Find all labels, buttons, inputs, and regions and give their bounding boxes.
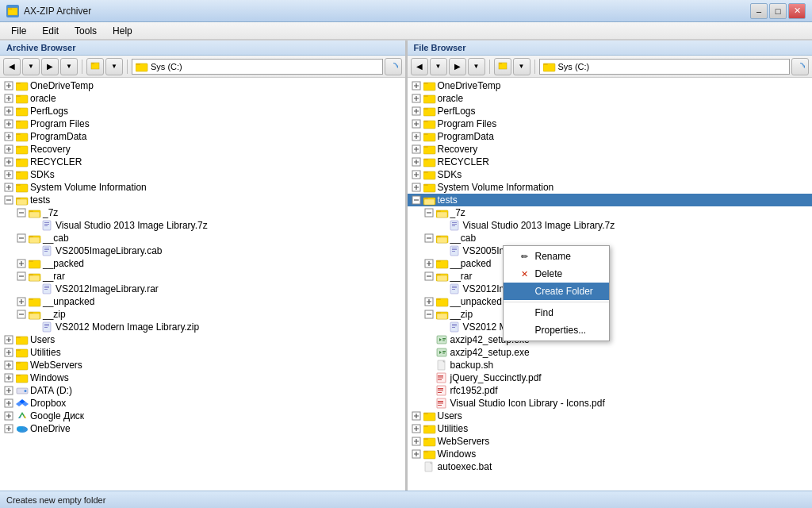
- expand-btn-rar2[interactable]: [423, 271, 435, 282]
- back-button-right[interactable]: ◀: [411, 58, 428, 75]
- tree-item-onedrivetemp2[interactable]: OneDriveTemp: [408, 79, 813, 92]
- ctx-create-folder[interactable]: Create Folder: [504, 283, 609, 300]
- menu-help[interactable]: Help: [105, 24, 140, 38]
- tree-item-oracle2[interactable]: oracle: [408, 92, 813, 105]
- refresh-right[interactable]: [791, 58, 809, 75]
- tree-item-datad1[interactable]: DATA (D:): [0, 384, 405, 397]
- tree-item-webservers1[interactable]: WebServers: [0, 359, 405, 371]
- tree-item-sdks1[interactable]: SDKs: [0, 168, 405, 181]
- expand-btn-packed2[interactable]: [423, 258, 435, 269]
- forward-button[interactable]: ▶: [41, 58, 59, 75]
- tree-item-vs2013img2[interactable]: Visual Studio 2013 Image Library.7z: [408, 219, 813, 232]
- dropdown-btn2[interactable]: ▼: [60, 58, 78, 75]
- menu-file[interactable]: File: [3, 24, 34, 38]
- expand-btn-users1[interactable]: [3, 334, 14, 345]
- expand-btn-recovery2[interactable]: [411, 144, 422, 155]
- tree-item-recovery2[interactable]: Recovery: [408, 143, 813, 156]
- expand-btn-users2[interactable]: [411, 410, 422, 421]
- tree-item-recycler1[interactable]: RECYCLER: [0, 156, 405, 168]
- expand-btn-googledisk1[interactable]: [3, 410, 14, 421]
- tree-item-dropbox1[interactable]: Dropbox: [0, 397, 405, 410]
- tree-item-unpacked1[interactable]: __unpacked: [0, 295, 405, 308]
- tree-item-sysvolinfo1[interactable]: System Volume Information: [0, 181, 405, 194]
- expand-btn-7z2[interactable]: [423, 207, 435, 218]
- tree-item-perflogs2[interactable]: PerfLogs: [408, 105, 813, 117]
- tree-item-axzip42setup_exe2[interactable]: axzip42_setup.exe: [408, 346, 813, 359]
- tree-item-programfiles1[interactable]: Program Files: [0, 117, 405, 130]
- dropdown-btn[interactable]: ▼: [22, 58, 40, 75]
- tree-item-vs2012zip1[interactable]: VS2012 Modern Image Library.zip: [0, 321, 405, 333]
- dropdown-btn-r2[interactable]: ▼: [468, 58, 485, 75]
- tree-item-cab2[interactable]: __cab: [408, 232, 813, 244]
- tree-item-rar1[interactable]: __rar: [0, 270, 405, 283]
- expand-btn-perflogs1[interactable]: [3, 106, 14, 117]
- minimize-button[interactable]: –: [750, 3, 768, 19]
- expand-btn-programfiles2[interactable]: [411, 118, 422, 129]
- forward-button-right[interactable]: ▶: [449, 58, 466, 75]
- expand-btn-7z1[interactable]: [16, 207, 27, 218]
- tree-item-oracle1[interactable]: oracle: [0, 92, 405, 105]
- menu-tools[interactable]: Tools: [67, 24, 105, 38]
- expand-btn-utilities2[interactable]: [411, 423, 422, 434]
- tree-item-7z1[interactable]: _7z: [0, 206, 405, 219]
- expand-btn-sysvolinfo2[interactable]: [411, 182, 422, 193]
- expand-btn-windows2[interactable]: [411, 448, 422, 460]
- tree-item-windows2[interactable]: Windows: [408, 448, 813, 460]
- expand-btn-dropbox1[interactable]: [3, 398, 14, 409]
- expand-btn-zip2[interactable]: [423, 309, 435, 320]
- close-button[interactable]: ✕: [788, 3, 806, 19]
- expand-btn-recycler2[interactable]: [411, 156, 422, 167]
- menu-edit[interactable]: Edit: [34, 24, 67, 38]
- maximize-button[interactable]: □: [769, 3, 787, 19]
- archive-tree[interactable]: OneDriveTemporaclePerfLogsProgram FilesP…: [0, 78, 405, 491]
- expand-btn-tests2[interactable]: [411, 194, 422, 206]
- expand-btn-programfiles1[interactable]: [3, 118, 14, 129]
- expand-btn-recycler1[interactable]: [3, 156, 14, 167]
- expand-btn-onedrivetemp2[interactable]: [411, 80, 422, 91]
- expand-btn-programdata1[interactable]: [3, 131, 14, 142]
- tree-item-sdks2[interactable]: SDKs: [408, 168, 813, 181]
- tree-item-utilities2[interactable]: Utilities: [408, 422, 813, 435]
- expand-btn-oracle2[interactable]: [411, 93, 422, 104]
- tree-item-backupsh[interactable]: backup.sh: [408, 359, 813, 371]
- expand-btn-perflogs2[interactable]: [411, 106, 422, 117]
- expand-btn-recovery1[interactable]: [3, 144, 14, 155]
- tree-item-users1[interactable]: Users: [0, 333, 405, 346]
- ctx-find[interactable]: Find: [504, 304, 609, 321]
- expand-btn-windows1[interactable]: [3, 372, 14, 383]
- tree-item-onedrivetemp1[interactable]: OneDriveTemp: [0, 79, 405, 92]
- tree-item-programdata1[interactable]: ProgramData: [0, 130, 405, 143]
- expand-btn-webservers1[interactable]: [3, 360, 14, 371]
- expand-btn-packed1[interactable]: [16, 258, 27, 269]
- expand-btn-unpacked2[interactable]: [423, 296, 435, 307]
- tree-item-jquerysucc[interactable]: jQuery_Succinctly.pdf: [408, 371, 813, 384]
- tree-item-sysvolinfo2[interactable]: System Volume Information: [408, 181, 813, 194]
- tree-item-programdata2[interactable]: ProgramData: [408, 130, 813, 143]
- expand-btn-onedrive1[interactable]: [3, 423, 14, 434]
- tree-item-zip1[interactable]: __zip: [0, 308, 405, 321]
- expand-btn-onedrivetemp1[interactable]: [3, 80, 14, 91]
- expand-btn-unpacked1[interactable]: [16, 296, 27, 307]
- ctx-delete[interactable]: ✕ Delete: [504, 265, 609, 283]
- expand-btn-utilities1[interactable]: [3, 347, 14, 358]
- tree-item-vsicons[interactable]: Visual Studio Icon Library - Icons.pdf: [408, 397, 813, 410]
- back-button[interactable]: ◀: [3, 58, 21, 75]
- expand-btn-tests1[interactable]: [3, 194, 14, 206]
- tree-item-vs2013img1[interactable]: Visual Studio 2013 Image Library.7z: [0, 219, 405, 232]
- tree-item-vs2012rar1[interactable]: VS2012ImageLibrary.rar: [0, 283, 405, 295]
- tree-item-perflogs1[interactable]: PerfLogs: [0, 105, 405, 117]
- tree-item-recovery1[interactable]: Recovery: [0, 143, 405, 156]
- tree-item-utilities1[interactable]: Utilities: [0, 346, 405, 359]
- expand-btn-datad1[interactable]: [3, 385, 14, 396]
- tree-item-onedrive1[interactable]: OneDrive: [0, 422, 405, 435]
- tree-item-packed1[interactable]: __packed: [0, 257, 405, 270]
- tree-item-autoexecbat[interactable]: autoexec.bat: [408, 460, 813, 473]
- expand-btn-rar1[interactable]: [16, 271, 27, 282]
- home-button[interactable]: [86, 58, 104, 75]
- tree-item-googledisk1[interactable]: Google Диск: [0, 410, 405, 422]
- home-button-right[interactable]: [494, 58, 511, 75]
- expand-btn-webservers2[interactable]: [411, 436, 422, 447]
- tree-item-rfc1952[interactable]: rfc1952.pdf: [408, 384, 813, 397]
- expand-btn-sysvolinfo1[interactable]: [3, 182, 14, 193]
- path-box-left[interactable]: Sys (C:): [132, 59, 383, 75]
